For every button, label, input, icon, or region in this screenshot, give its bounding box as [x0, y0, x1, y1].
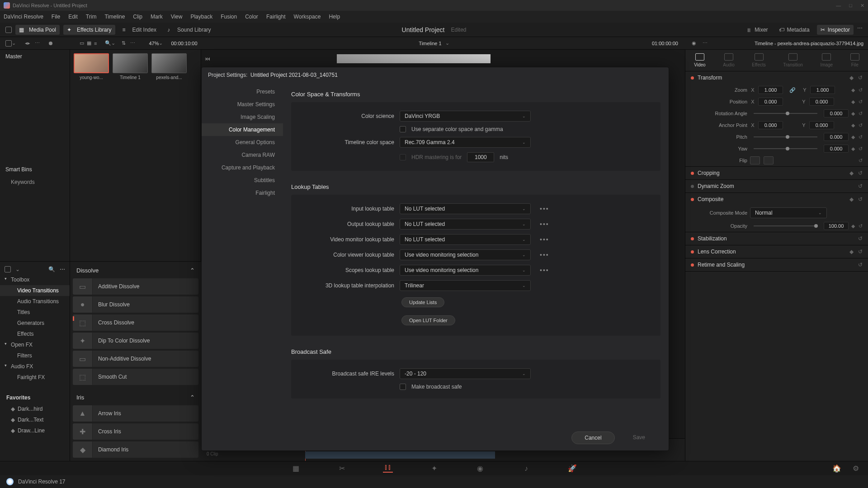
effect-item[interactable]: ✚Cross Iris — [73, 423, 198, 440]
settings-icon[interactable]: ⚙ — [851, 465, 861, 473]
search-icon[interactable]: 🔍 — [105, 40, 111, 46]
smart-bins-header[interactable]: Smart Bins — [0, 163, 70, 176]
tree-generators[interactable]: Generators — [0, 318, 70, 328]
tree-titles[interactable]: Titles — [0, 307, 70, 318]
viewer-lut-more-button[interactable]: ••• — [540, 251, 549, 258]
pitch-input[interactable]: 0.000 — [824, 133, 849, 141]
close-icon[interactable]: ✕ — [860, 3, 864, 9]
fx-more-icon[interactable]: ⋯ — [60, 266, 65, 272]
fairlight-page-icon[interactable]: ♪ — [521, 465, 531, 473]
input-lut-select[interactable]: No LUT selected⌄ — [400, 203, 531, 214]
effect-item[interactable]: ▲Arrow Iris — [73, 405, 198, 422]
separate-colorspace-checkbox[interactable] — [400, 126, 406, 132]
group-iris[interactable]: Iris — [76, 394, 84, 401]
fx-layout-icon[interactable] — [5, 266, 11, 272]
more-options-icon[interactable]: ⋯ — [35, 40, 40, 46]
menu-help[interactable]: Help — [329, 14, 340, 20]
keyframe-icon[interactable]: ◆ — [851, 99, 855, 105]
output-lut-more-button[interactable]: ••• — [540, 221, 549, 228]
reset-icon[interactable]: ↺ — [859, 223, 863, 229]
edit-index-button[interactable]: ≡ Edit Index — [119, 25, 160, 35]
menu-fusion[interactable]: Fusion — [221, 14, 237, 20]
anchor-y-input[interactable]: 0.000 — [809, 121, 834, 129]
effect-item[interactable]: ⬚Smooth Cut — [73, 369, 198, 385]
menu-file[interactable]: File — [52, 14, 60, 20]
nav-fairlight[interactable]: Fairlight — [202, 187, 283, 199]
nav-presets[interactable]: Presets — [202, 85, 283, 98]
opacity-slider[interactable] — [754, 225, 817, 226]
sort-icon[interactable]: ⇅ — [122, 40, 126, 46]
tab-effects[interactable]: Effects — [752, 53, 765, 67]
reset-icon[interactable]: ↺ — [858, 183, 863, 189]
search-chevron-icon[interactable] — [111, 40, 115, 46]
effect-item[interactable]: ⬚Cross Dissolve — [73, 314, 198, 331]
menu-workspace[interactable]: Workspace — [294, 14, 321, 20]
broadcast-safe-checkbox[interactable] — [400, 384, 406, 390]
media-pool-button[interactable]: ▦ Media Pool — [15, 25, 60, 35]
tree-filters[interactable]: Filters — [0, 350, 70, 361]
media-page-icon[interactable]: ▦ — [291, 465, 301, 473]
nav-general-options[interactable]: General Options — [202, 136, 283, 149]
nav-fwd-icon[interactable]: ▸ — [28, 40, 30, 46]
menu-view[interactable]: View — [171, 14, 183, 20]
timeline-chevron-icon[interactable] — [445, 40, 449, 46]
play-start-icon[interactable]: ⏮ — [205, 56, 210, 62]
effect-item[interactable]: ▭Non-Additive Dissolve — [73, 351, 198, 367]
nav-capture-playback[interactable]: Capture and Playback — [202, 161, 283, 174]
color-page-icon[interactable]: ◉ — [475, 465, 485, 473]
menu-fairlight[interactable]: Fairlight — [266, 14, 286, 20]
rotation-input[interactable]: 0.000 — [824, 109, 849, 117]
view-mode-1-icon[interactable]: ▭ — [80, 40, 84, 46]
reset-icon[interactable]: ↺ — [859, 87, 863, 93]
sound-library-button[interactable]: ♪ Sound Library — [164, 25, 215, 35]
keyframe-icon[interactable]: ◆ — [851, 87, 855, 93]
mixer-button[interactable]: ⫼ Mixer — [743, 25, 771, 35]
pos-x-input[interactable]: 0.000 — [758, 98, 783, 106]
collapse-icon[interactable]: ⌃ — [190, 394, 195, 401]
metadata-button[interactable]: 🏷 Metadata — [775, 25, 813, 35]
hdr-nits-input[interactable]: 1000 — [467, 152, 494, 162]
interp-select[interactable]: Trilinear⌄ — [400, 280, 531, 291]
timeline-name[interactable]: Timeline 1 — [419, 41, 441, 46]
link-icon[interactable]: 🔗 — [789, 87, 796, 93]
fx-layout-chevron-icon[interactable] — [15, 266, 20, 272]
menu-edit[interactable]: Edit — [68, 14, 78, 20]
keyframe-icon[interactable]: ◆ — [851, 134, 855, 140]
tab-video[interactable]: Video — [694, 53, 705, 67]
media-clip[interactable]: young-wo... — [74, 53, 109, 80]
enable-dot-icon[interactable] — [691, 76, 694, 80]
nav-camera-raw[interactable]: Camera RAW — [202, 149, 283, 161]
maximize-icon[interactable]: □ — [849, 3, 852, 9]
tab-file[interactable]: File — [850, 53, 859, 67]
master-bin[interactable]: Master — [0, 50, 70, 63]
reset-icon[interactable]: ↺ — [859, 122, 863, 128]
enable-dot-icon[interactable] — [691, 198, 694, 201]
reset-icon[interactable]: ↺ — [859, 111, 863, 117]
reset-icon[interactable]: ↺ — [859, 146, 863, 152]
favorite-item[interactable]: ◆Draw...Line — [0, 425, 70, 436]
nav-image-scaling[interactable]: Image Scaling — [202, 111, 283, 123]
tree-video-transitions[interactable]: Video Transitions — [0, 285, 70, 296]
menu-clip[interactable]: Clip — [133, 14, 142, 20]
favorite-item[interactable]: ◆Dark...hird — [0, 404, 70, 414]
deliver-page-icon[interactable]: 🚀 — [567, 465, 577, 473]
reset-icon[interactable]: ↺ — [859, 134, 863, 140]
retime-header[interactable]: Retime and Scaling↺ — [685, 258, 868, 271]
composite-mode-select[interactable]: Normal⌄ — [750, 207, 827, 218]
effects-library-button[interactable]: ✦ Effects Library — [63, 25, 115, 35]
view-mode-grid-icon[interactable]: ▦ — [87, 40, 91, 46]
yaw-slider[interactable] — [754, 148, 817, 149]
reset-icon[interactable]: ↺ — [859, 158, 863, 164]
dynamic-zoom-header[interactable]: Dynamic Zoom↺ — [685, 180, 868, 192]
reset-icon[interactable]: ↺ — [859, 99, 863, 105]
nav-master-settings[interactable]: Master Settings — [202, 98, 283, 111]
composite-header[interactable]: Composite◆↺ — [685, 193, 868, 206]
home-icon[interactable]: 🏠 — [832, 465, 842, 473]
enable-dot-icon[interactable] — [691, 237, 694, 240]
menu-davinci[interactable]: DaVinci Resolve — [4, 14, 43, 20]
menu-trim[interactable]: Trim — [86, 14, 97, 20]
monitor-lut-select[interactable]: No LUT selected⌄ — [400, 234, 531, 245]
anchor-x-input[interactable]: 0.000 — [758, 121, 783, 129]
color-science-select[interactable]: DaVinci YRGB⌄ — [400, 111, 531, 122]
fx-search-icon[interactable]: 🔍 — [48, 266, 55, 272]
